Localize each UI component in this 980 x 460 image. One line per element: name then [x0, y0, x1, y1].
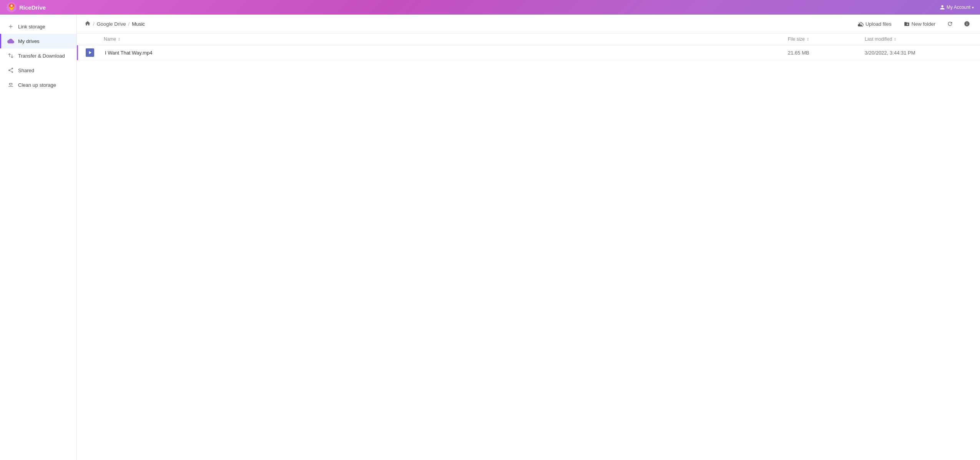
home-icon[interactable] [85, 20, 91, 28]
breadcrumb-current: Music [132, 21, 145, 27]
header: RiceDrive My Account ▾ [0, 0, 980, 15]
logo-area[interactable]: RiceDrive [6, 2, 46, 13]
sidebar-item-shared-label: Shared [18, 68, 34, 73]
breadcrumb-sep-2: / [128, 21, 130, 27]
info-icon [964, 21, 970, 27]
transfer-icon [7, 52, 14, 59]
plus-icon [7, 23, 14, 30]
sidebar-item-shared[interactable]: Shared [0, 63, 76, 78]
name-sort-icon: ⇕ [118, 37, 121, 41]
col-checkbox-header [85, 36, 104, 42]
sidebar: Link storage My drives Transfer & Downlo… [0, 15, 77, 460]
file-type-icon [86, 48, 94, 57]
account-label: My Account [947, 5, 970, 10]
breadcrumb-sep-1: / [93, 21, 95, 27]
col-name-header[interactable]: Name ⇕ [104, 36, 788, 42]
table-row[interactable]: I Want That Way.mp4 21.65 MB 3/20/2022, … [77, 45, 980, 60]
new-folder-icon [904, 21, 910, 27]
file-table: Name ⇕ File size ⇕ Last modified ⇕ [77, 33, 980, 460]
account-area[interactable]: My Account ▾ [940, 5, 974, 10]
sidebar-item-transfer-download[interactable]: Transfer & Download [0, 48, 76, 63]
file-size: 21.65 MB [788, 50, 865, 56]
modified-sort-icon: ⇕ [894, 37, 897, 41]
refresh-button[interactable] [945, 18, 955, 29]
toolbar: / Google Drive / Music Upload files N [77, 15, 980, 33]
chevron-down-icon: ▾ [972, 5, 974, 10]
col-modified-header[interactable]: Last modified ⇕ [865, 36, 972, 42]
logo-text: RiceDrive [19, 4, 46, 11]
user-icon [940, 5, 945, 10]
sidebar-item-transfer-label: Transfer & Download [18, 53, 65, 59]
toolbar-actions: Upload files New folder [855, 18, 972, 29]
size-sort-icon: ⇕ [806, 37, 809, 41]
sidebar-item-link-storage[interactable]: Link storage [0, 19, 76, 34]
main-layout: Link storage My drives Transfer & Downlo… [0, 15, 980, 460]
sidebar-item-clean-storage-label: Clean up storage [18, 82, 56, 88]
file-name: I Want That Way.mp4 [105, 50, 788, 56]
new-folder-button[interactable]: New folder [901, 20, 938, 28]
breadcrumb-google-drive[interactable]: Google Drive [97, 21, 126, 27]
logo-icon [6, 2, 17, 13]
upload-files-label: Upload files [865, 21, 892, 27]
cloud-icon [7, 38, 14, 45]
info-button[interactable] [962, 18, 972, 29]
sidebar-item-my-drives-label: My drives [18, 38, 40, 44]
sidebar-item-clean-storage[interactable]: Clean up storage [0, 78, 76, 92]
broom-icon [7, 81, 14, 88]
sidebar-item-my-drives[interactable]: My drives [0, 34, 76, 48]
svg-point-1 [10, 5, 13, 7]
breadcrumb: / Google Drive / Music [85, 20, 145, 28]
upload-files-button[interactable]: Upload files [855, 20, 895, 28]
upload-icon [858, 21, 864, 27]
col-size-header[interactable]: File size ⇕ [788, 36, 865, 42]
file-icon-cell [86, 48, 105, 57]
new-folder-label: New folder [912, 21, 935, 27]
refresh-icon [947, 21, 953, 27]
file-modified: 3/20/2022, 3:44:31 PM [865, 50, 972, 56]
share-icon [7, 67, 14, 74]
content-area: / Google Drive / Music Upload files N [77, 15, 980, 460]
table-header: Name ⇕ File size ⇕ Last modified ⇕ [77, 33, 980, 45]
sidebar-item-link-storage-label: Link storage [18, 24, 45, 30]
